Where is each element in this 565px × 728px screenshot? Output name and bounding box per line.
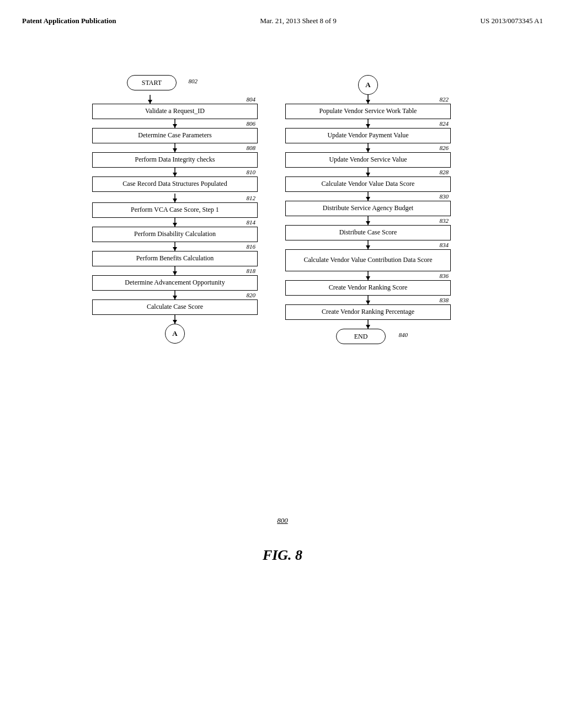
label-824: Update Vendor Payment Value (327, 131, 408, 140)
svg-marker-23 (173, 173, 177, 176)
ref-824: 824 (440, 120, 449, 127)
ref-840: 840 (399, 331, 408, 338)
node-832: 832 Distribute Case Score (285, 225, 451, 240)
ref-810: 810 (247, 169, 256, 175)
end-oval: END 840 (336, 329, 386, 344)
label-820: Calculate Case Score (147, 303, 203, 312)
node-820: 820 Calculate Case Score (92, 299, 258, 315)
svg-marker-35 (366, 221, 370, 225)
label-832: Distribute Case Score (339, 228, 397, 237)
ref-820: 820 (247, 292, 256, 298)
node-830: 830 Distribute Service Agency Budget (285, 201, 451, 216)
svg-marker-33 (366, 173, 370, 176)
label-810: Case Record Data Structures Populated (122, 180, 227, 189)
circle-a-left-label: A (172, 329, 177, 338)
ref-818: 818 (247, 267, 256, 274)
ref-822: 822 (440, 96, 449, 103)
node-804: 804 Validate a Request_ID (92, 104, 258, 119)
ref-812: 812 (247, 195, 256, 201)
svg-marker-20 (148, 100, 152, 104)
connector-a-left: A (165, 324, 185, 344)
svg-marker-27 (173, 271, 177, 275)
label-816: Perform Benefits Calculation (136, 254, 214, 263)
node-814: 814 Perform Disability Calculation (92, 227, 258, 242)
node-826: 826 Update Vendor Service Value (285, 152, 451, 168)
label-828: Calculate Vendor Value Data Score (322, 180, 415, 189)
ref-814: 814 (247, 219, 256, 226)
node-828: 828 Calculate Vendor Value Data Score (285, 176, 451, 192)
figure-ref-800: 800 (277, 516, 288, 524)
header-patent-number: US 2013/0073345 A1 (481, 17, 543, 25)
ref-834: 834 (440, 242, 449, 248)
node-806: 806 Determine Case Parameters (92, 128, 258, 143)
node-812: 812 Perform VCA Case Score, Step 1 (92, 202, 258, 218)
page: Patent Application Publication Mar. 21, … (0, 0, 565, 728)
circle-a-right-label: A (365, 81, 370, 89)
ref-830: 830 (440, 193, 449, 200)
label-812: Perform VCA Case Score, Step 1 (131, 206, 219, 215)
ref-802: 802 (189, 78, 198, 84)
svg-marker-29 (173, 320, 177, 324)
node-838: 838 Create Vendor Ranking Percentage (285, 304, 451, 320)
start-label: START (142, 79, 162, 87)
label-822: Populate Vendor Service Work Table (319, 107, 417, 116)
node-818: 818 Determine Advancement Opportunity (92, 275, 258, 291)
diagram-container: START 802 804 Validate a Request_ID 806 … (89, 69, 476, 500)
label-836: Create Vendor Ranking Score (329, 283, 408, 292)
ref-826: 826 (440, 144, 449, 151)
svg-marker-30 (366, 100, 370, 104)
label-826: Update Vendor Service Value (329, 156, 407, 164)
ref-816: 816 (247, 243, 256, 250)
svg-marker-37 (366, 276, 370, 280)
label-838: Create Vendor Ranking Percentage (322, 308, 414, 317)
svg-marker-28 (173, 296, 177, 299)
diagram-footer-ref: 800 (22, 516, 543, 525)
svg-marker-31 (366, 124, 370, 128)
diagram-area: START 802 804 Validate a Request_ID 806 … (22, 69, 543, 500)
node-822: 822 Populate Vendor Service Work Table (285, 104, 451, 119)
ref-832: 832 (440, 217, 449, 224)
start-oval: START 802 (127, 75, 177, 90)
end-label: END (354, 333, 368, 341)
svg-marker-24 (173, 199, 177, 202)
header-publication: Patent Application Publication (22, 17, 116, 25)
svg-marker-21 (173, 124, 177, 128)
ref-838: 838 (440, 297, 449, 303)
label-830: Distribute Service Agency Budget (323, 204, 413, 213)
ref-804: 804 (247, 96, 256, 103)
svg-marker-25 (173, 223, 177, 227)
node-808: 808 Perform Data Integrity checks (92, 152, 258, 168)
node-834: 834 Calculate Vendor Value Contribution … (285, 249, 451, 271)
node-824: 824 Update Vendor Payment Value (285, 128, 451, 143)
header-date-sheet: Mar. 21, 2013 Sheet 8 of 9 (260, 17, 337, 25)
ref-828: 828 (440, 169, 449, 175)
node-810: 810 Case Record Data Structures Populate… (92, 176, 258, 192)
label-814: Perform Disability Calculation (134, 230, 216, 239)
svg-marker-36 (366, 245, 370, 249)
label-818: Determine Advancement Opportunity (125, 279, 225, 287)
ref-836: 836 (440, 272, 449, 279)
label-806: Determine Case Parameters (138, 131, 211, 140)
page-header: Patent Application Publication Mar. 21, … (22, 11, 543, 36)
svg-marker-38 (366, 301, 370, 304)
figure-label: FIG. 8 (22, 547, 543, 564)
label-834: Calculate Vendor Value Contribution Data… (303, 256, 432, 265)
svg-marker-32 (366, 148, 370, 152)
label-804: Validate a Request_ID (145, 107, 205, 116)
svg-marker-26 (173, 247, 177, 251)
node-816: 816 Perform Benefits Calculation (92, 251, 258, 266)
connector-a-right: A (358, 75, 378, 95)
svg-marker-39 (366, 325, 370, 329)
label-808: Perform Data Integrity checks (135, 156, 215, 164)
ref-806: 806 (247, 120, 256, 127)
ref-808: 808 (247, 144, 256, 151)
svg-marker-34 (366, 197, 370, 201)
node-836: 836 Create Vendor Ranking Score (285, 280, 451, 296)
svg-marker-22 (173, 148, 177, 152)
figure-number: FIG. 8 (263, 547, 302, 563)
